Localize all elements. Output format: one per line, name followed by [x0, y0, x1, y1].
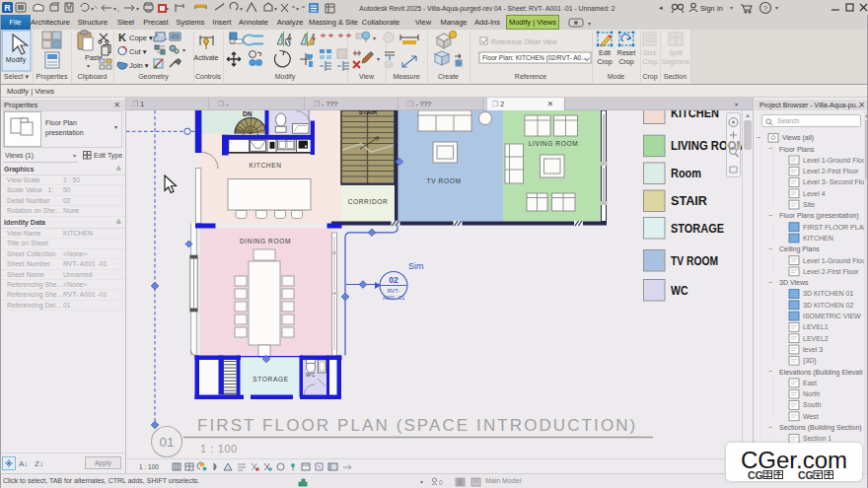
svg-text:3D Views: 3D Views	[779, 279, 809, 286]
svg-text:Size: Size	[643, 49, 657, 56]
svg-text:▾: ▾	[87, 63, 90, 69]
svg-text:3D KITCHEN 02: 3D KITCHEN 02	[803, 302, 853, 309]
svg-text:▾: ▾	[274, 6, 277, 12]
svg-text:Crop: Crop	[618, 58, 633, 66]
svg-text:◂: ◂	[659, 4, 663, 11]
svg-text:TV ROOM: TV ROOM	[671, 254, 718, 268]
svg-text:·: ·	[423, 36, 425, 42]
svg-text:STORAGE: STORAGE	[253, 376, 288, 383]
svg-text:STAIR: STAIR	[358, 110, 377, 115]
svg-text:▾: ▾	[182, 47, 185, 53]
svg-text:FIRST FLOOR PLAN: FIRST FLOOR PLAN	[803, 224, 864, 231]
svg-text:Site: Site	[803, 201, 815, 208]
svg-text:02: 02	[389, 275, 398, 285]
svg-text:West: West	[803, 413, 819, 420]
svg-text:R: R	[4, 3, 11, 13]
svg-text:Sections (Building Section): Sections (Building Section)	[779, 424, 862, 432]
svg-text:3D KITCHEN 01: 3D KITCHEN 01	[803, 290, 853, 297]
svg-text:−: −	[757, 134, 760, 141]
svg-text:East: East	[803, 380, 817, 386]
svg-text:North: North	[803, 390, 820, 397]
svg-text:K: K	[118, 32, 126, 43]
svg-text:KITCHEN: KITCHEN	[671, 110, 719, 120]
svg-text:CG: CG	[798, 469, 814, 481]
svg-text:Reset: Reset	[617, 49, 635, 56]
svg-text:▾: ▾	[775, 5, 778, 11]
svg-text:−: −	[768, 424, 772, 431]
svg-text:Modify: Modify	[6, 56, 27, 64]
svg-text:Crop: Crop	[642, 58, 657, 66]
svg-text:Reference Other View: Reference Other View	[491, 38, 557, 45]
svg-text:A↓: A↓	[19, 459, 28, 468]
svg-text:Z↓: Z↓	[35, 459, 43, 468]
svg-text:Elevations (Building Elevati: Elevations (Building Elevati	[779, 369, 863, 377]
svg-text:A001 -01: A001 -01	[383, 295, 405, 301]
svg-text:STAIR: STAIR	[671, 194, 707, 208]
svg-text:▾: ▾	[240, 6, 243, 12]
svg-text:·: ·	[423, 58, 425, 64]
svg-text:Cut ▾: Cut ▾	[129, 47, 147, 56]
svg-text:Cope ▾: Cope ▾	[129, 34, 153, 42]
svg-text:LEVEL2: LEVEL2	[803, 335, 829, 342]
svg-text:▾: ▾	[296, 6, 299, 12]
svg-text:▾: ▾	[136, 6, 139, 12]
svg-text:Level 1-Ground Floo: Level 1-Ground Floo	[803, 257, 864, 264]
svg-text:LIVING ROOM: LIVING ROOM	[529, 140, 579, 147]
svg-text:Crop: Crop	[597, 58, 612, 66]
svg-text:Join ▾: Join ▾	[129, 61, 149, 70]
svg-text:Views (all): Views (all)	[782, 134, 814, 142]
svg-text:{3D}: {3D}	[803, 357, 817, 365]
svg-text:−: −	[768, 279, 772, 286]
svg-text:Floor Plans (presentation): Floor Plans (presentation)	[779, 212, 859, 220]
svg-text:level 3: level 3	[803, 346, 823, 353]
svg-text:RVT-: RVT-	[388, 288, 400, 294]
svg-text:LEVEL1: LEVEL1	[803, 323, 829, 330]
svg-text:Edit: Edit	[599, 49, 611, 56]
svg-text:Autodesk Revit 2025 - Villa-Aq: Autodesk Revit 2025 - Villa-Aqua-purged-…	[359, 5, 615, 13]
svg-text:KITCHEN: KITCHEN	[249, 162, 281, 169]
svg-text:?: ?	[763, 5, 767, 12]
svg-text:▾: ▾	[377, 56, 380, 62]
svg-text:Level 3- Second Flo: Level 3- Second Flo	[803, 178, 864, 185]
svg-text:▾: ▾	[91, 6, 94, 12]
svg-text:TV ROOM: TV ROOM	[427, 177, 462, 184]
svg-text:Split: Split	[669, 49, 683, 57]
svg-text:−: −	[768, 145, 772, 152]
svg-text:−: −	[768, 245, 772, 252]
svg-text:Floor Plans: Floor Plans	[779, 146, 815, 153]
svg-text:Segment: Segment	[662, 58, 689, 66]
svg-text:South: South	[803, 401, 821, 408]
svg-text:DINING ROOM: DINING ROOM	[240, 238, 291, 244]
svg-text:−: −	[768, 212, 772, 219]
svg-text:−: −	[768, 368, 772, 375]
svg-text:▾: ▾	[113, 6, 116, 12]
svg-text:▾: ▾	[730, 5, 733, 11]
svg-text:Sim: Sim	[408, 261, 424, 271]
svg-text:Level 4: Level 4	[803, 190, 826, 197]
svg-text:▾: ▾	[588, 21, 591, 27]
svg-text:STORAGE: STORAGE	[671, 222, 724, 236]
svg-text:CG: CG	[748, 469, 763, 481]
svg-text:1 : 100: 1 : 100	[200, 443, 238, 454]
svg-text:FIRST FLOOR PLAN (SPACE INTROD: FIRST FLOOR PLAN (SPACE INTRODUCTION)	[197, 416, 637, 435]
svg-text:Activate: Activate	[194, 54, 219, 61]
svg-text:Floor Plan: KITCHEN (02/RVT- A: Floor Plan: KITCHEN (02/RVT- A0...	[482, 54, 587, 62]
svg-text:CORRIDOR: CORRIDOR	[348, 198, 389, 205]
svg-text:Level 1-Ground Floo: Level 1-Ground Floo	[803, 157, 864, 164]
svg-text:Sign In: Sign In	[700, 4, 723, 13]
svg-text:ISOMETRIC VIEW: ISOMETRIC VIEW	[803, 313, 861, 319]
svg-text:Level 2-First Floor: Level 2-First Floor	[803, 168, 859, 174]
svg-text:KITCHEN: KITCHEN	[803, 235, 833, 242]
svg-text:01: 01	[159, 435, 174, 450]
svg-text:Room: Room	[671, 167, 701, 180]
svg-text:DN: DN	[243, 110, 253, 117]
svg-text:▾: ▾	[373, 35, 376, 41]
svg-text:Ceiling Plans: Ceiling Plans	[779, 245, 820, 253]
svg-text:WC: WC	[306, 372, 316, 378]
svg-text:Level 2-First Floor: Level 2-First Floor	[803, 268, 859, 275]
svg-text:0: 0	[439, 479, 443, 486]
svg-text:WC: WC	[671, 284, 688, 298]
svg-text:Section 1: Section 1	[803, 435, 832, 442]
